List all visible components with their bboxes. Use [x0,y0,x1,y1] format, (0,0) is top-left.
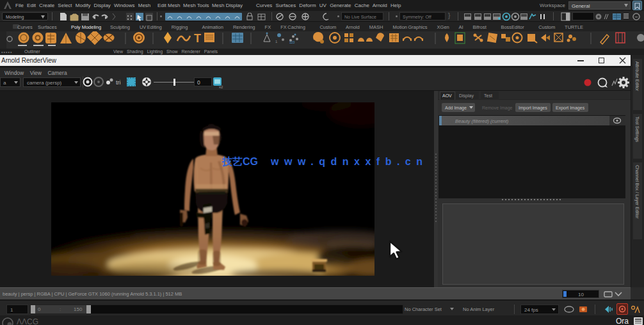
svg-text:tri: tri [116,79,121,86]
svg-text:T: T [194,32,201,45]
svg-text:123: 123 [289,40,295,44]
svg-text:1: 1 [275,40,278,44]
svg-text:ΛΛCG: ΛΛCG [17,317,38,325]
svg-text:x2: x2 [219,85,223,89]
